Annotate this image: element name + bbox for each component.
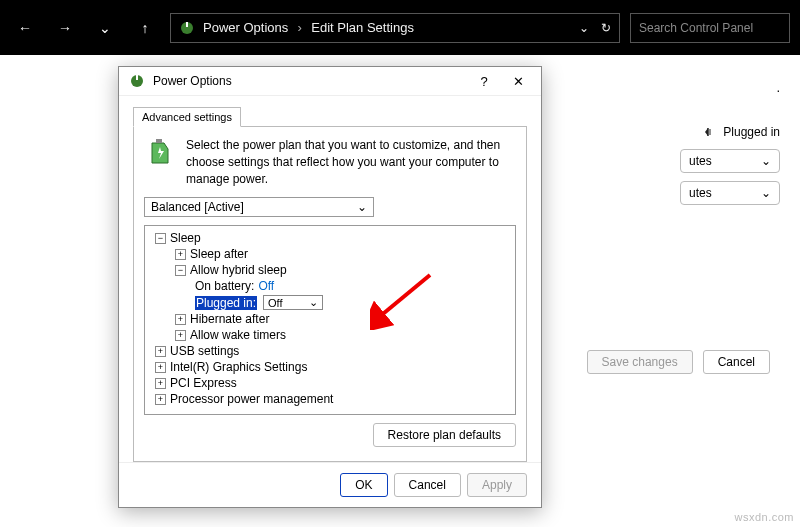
up-button[interactable]: ↑ — [130, 20, 160, 36]
chevron-down-icon: ⌄ — [357, 200, 367, 214]
plugged-in-label: Plugged in — [723, 125, 780, 139]
restore-plan-defaults-button[interactable]: Restore plan defaults — [373, 423, 516, 447]
tree-sleep[interactable]: −Sleep — [147, 230, 513, 246]
bg-period: . — [560, 80, 780, 95]
on-battery-value[interactable]: Off — [258, 279, 274, 293]
power-icon — [179, 20, 195, 36]
back-button[interactable]: ← — [10, 20, 40, 36]
plugged-in-value-select[interactable]: Off ⌄ — [263, 295, 323, 310]
expand-icon[interactable]: + — [155, 378, 166, 389]
ok-button[interactable]: OK — [340, 473, 387, 497]
expand-icon[interactable]: + — [175, 330, 186, 341]
bg-drop-text-1: utes — [689, 154, 712, 168]
search-input[interactable]: Search Control Panel — [630, 13, 790, 43]
plugged-in-label-selected: Plugged in: — [195, 296, 257, 310]
bg-dropdown-1[interactable]: utes ⌄ — [680, 149, 780, 173]
tree-intel-graphics[interactable]: +Intel(R) Graphics Settings — [147, 359, 513, 375]
tree-plugged-in[interactable]: Plugged in: Off ⌄ — [147, 294, 513, 311]
bg-drop-text-2: utes — [689, 186, 712, 200]
recent-button[interactable]: ⌄ — [90, 20, 120, 36]
expand-icon[interactable]: + — [155, 346, 166, 357]
collapse-icon[interactable]: − — [175, 265, 186, 276]
cancel-button[interactable]: Cancel — [394, 473, 461, 497]
chevron-down-icon: ⌄ — [761, 154, 771, 168]
bg-dropdown-2[interactable]: utes ⌄ — [680, 181, 780, 205]
refresh-icon[interactable]: ↻ — [601, 21, 611, 35]
chevron-down-icon: ⌄ — [761, 186, 771, 200]
plug-icon — [697, 125, 715, 139]
svg-rect-4 — [156, 139, 162, 143]
tree-processor-power[interactable]: +Processor power management — [147, 391, 513, 407]
address-bar[interactable]: Power Options › Edit Plan Settings ⌄ ↻ — [170, 13, 620, 43]
chevron-down-icon: ⌄ — [309, 296, 318, 309]
close-button[interactable]: ✕ — [505, 74, 531, 89]
svg-rect-1 — [186, 22, 188, 27]
power-options-dialog: Power Options ? ✕ Advanced settings Sele… — [118, 66, 542, 508]
settings-tree[interactable]: −Sleep +Sleep after −Allow hybrid sleep … — [144, 225, 516, 415]
tree-sleep-after[interactable]: +Sleep after — [147, 246, 513, 262]
battery-icon — [144, 137, 176, 169]
bg-cancel-button[interactable]: Cancel — [703, 350, 770, 374]
tree-usb-settings[interactable]: +USB settings — [147, 343, 513, 359]
tree-hibernate-after[interactable]: +Hibernate after — [147, 311, 513, 327]
tree-allow-hybrid-sleep[interactable]: −Allow hybrid sleep — [147, 262, 513, 278]
tab-advanced-settings[interactable]: Advanced settings — [133, 107, 241, 127]
collapse-icon[interactable]: − — [155, 233, 166, 244]
save-changes-button[interactable]: Save changes — [587, 350, 693, 374]
tree-on-battery[interactable]: On battery: Off — [147, 278, 513, 294]
plan-label: Balanced [Active] — [151, 200, 244, 214]
intro-text: Select the power plan that you want to c… — [186, 137, 516, 187]
tree-allow-wake-timers[interactable]: +Allow wake timers — [147, 327, 513, 343]
breadcrumb-edit-plan[interactable]: Edit Plan Settings — [311, 20, 414, 35]
tree-pci-express[interactable]: +PCI Express — [147, 375, 513, 391]
power-plan-select[interactable]: Balanced [Active] ⌄ — [144, 197, 374, 217]
breadcrumb-power-options[interactable]: Power Options — [203, 20, 288, 35]
forward-button[interactable]: → — [50, 20, 80, 36]
search-placeholder: Search Control Panel — [639, 21, 753, 35]
dialog-title: Power Options — [153, 74, 232, 88]
expand-icon[interactable]: + — [175, 249, 186, 260]
breadcrumb[interactable]: Power Options › Edit Plan Settings — [203, 20, 414, 35]
expand-icon[interactable]: + — [155, 394, 166, 405]
power-icon — [129, 73, 145, 89]
expand-icon[interactable]: + — [175, 314, 186, 325]
expand-icon[interactable]: + — [155, 362, 166, 373]
apply-button[interactable]: Apply — [467, 473, 527, 497]
breadcrumb-sep: › — [292, 20, 308, 35]
help-button[interactable]: ? — [471, 74, 497, 89]
svg-rect-3 — [136, 75, 138, 80]
watermark: wsxdn.com — [734, 511, 794, 523]
address-dropdown-icon[interactable]: ⌄ — [579, 21, 589, 35]
